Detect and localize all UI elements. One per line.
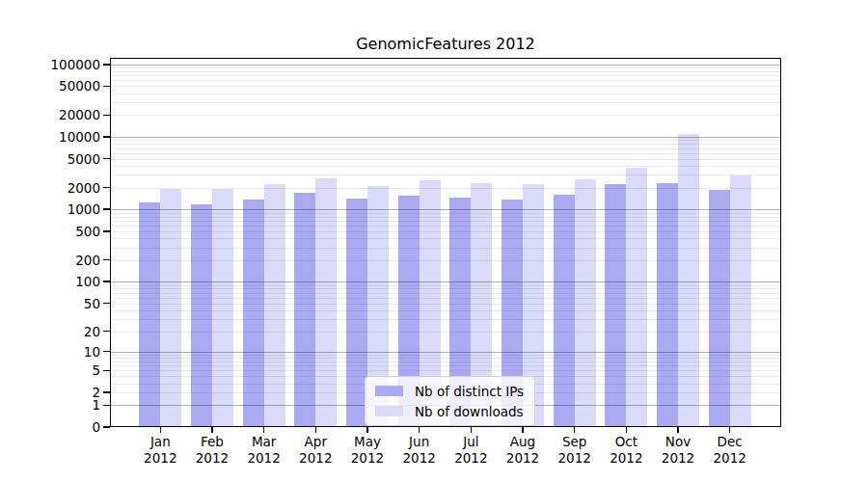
legend-swatch-downloads [375,406,403,416]
y-tick-label: 20000 [0,106,100,123]
y-tick-label: 50000 [0,77,100,94]
y-tick-label: 10 [0,343,100,361]
legend-label-distinct-ips: Nb of distinct IPs [415,384,524,399]
y-tick-mark [103,281,110,282]
y-tick-label: 500 [0,223,100,240]
x-tick-mark [574,427,576,433]
legend: Nb of distinct IPs Nb of downloads [365,376,535,426]
y-tick-mark [103,331,110,333]
x-tick-mark [677,427,679,433]
plot-area: Nb of distinct IPs Nb of downloads [110,58,781,427]
y-tick-label: 2000 [0,179,100,197]
x-tick-mark [263,427,265,433]
bar-distinct-ips [709,190,730,427]
y-tick-mark [103,370,110,372]
legend-label-downloads: Nb of downloads [415,404,524,419]
y-tick-mark [103,303,110,305]
bar-downloads [575,179,596,427]
bar-downloads [264,184,285,427]
y-tick-mark [103,187,110,189]
y-tick-mark [103,86,110,88]
x-tick-mark [419,427,420,433]
y-tick-mark [103,158,110,160]
legend-swatch-distinct-ips [375,386,403,396]
bar-downloads [626,168,647,427]
y-tick-label: 100000 [0,56,100,73]
y-tick-mark [103,391,110,393]
y-tick-label: 2 [0,384,100,401]
chart: GenomicFeatures 2012 Nb of distinct IPs … [0,0,868,482]
x-tick-mark [729,427,731,433]
y-tick-mark [103,208,110,210]
bar-downloads [315,178,337,427]
bar-downloads [212,189,233,427]
x-tick-mark [471,427,473,433]
legend-item-distinct-ips: Nb of distinct IPs [375,383,524,399]
x-tick-mark [315,427,317,433]
bar-downloads [160,189,181,427]
bar-distinct-ips [605,184,626,427]
y-tick-label: 20 [0,323,100,340]
y-tick-mark [103,351,110,353]
y-tick-label: 10000 [0,128,100,146]
y-tick-label: 5000 [0,150,100,168]
y-tick-mark [103,115,110,117]
chart-title: GenomicFeatures 2012 [110,35,781,53]
y-tick-label: 5 [0,362,100,379]
y-tick-label: 1000 [0,201,100,218]
y-tick-mark [103,405,110,407]
y-tick-mark [103,136,110,138]
x-month-label: Dec [699,434,761,450]
x-tick-mark [626,427,628,433]
y-tick-label: 50 [0,295,100,312]
y-tick-label: 0 [0,418,100,436]
y-tick-mark [103,230,110,232]
y-tick-label: 100 [0,273,100,290]
bar-distinct-ips [139,202,160,427]
x-tick-mark [160,427,162,433]
y-tick-label: 200 [0,252,100,269]
legend-item-downloads: Nb of downloads [375,403,524,419]
bar-distinct-ips [191,204,212,427]
bar-distinct-ips [554,195,575,427]
x-tick-mark [522,427,524,433]
bar-distinct-ips [657,183,678,427]
x-tick-mark [211,427,213,433]
bar-downloads [730,175,751,427]
x-tick-mark [366,427,368,433]
bar-distinct-ips [294,193,315,427]
x-year-label: 2012 [699,450,761,467]
y-tick-mark [103,64,110,66]
y-tick-mark [103,426,110,428]
y-tick-mark [103,259,110,261]
bars-layer [110,58,781,427]
bar-distinct-ips [243,200,264,427]
bar-downloads [678,134,699,427]
